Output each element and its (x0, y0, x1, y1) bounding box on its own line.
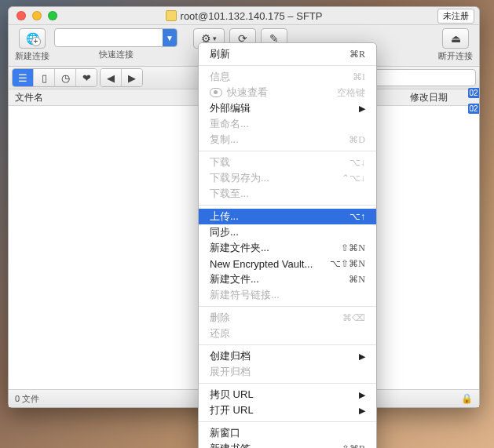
history-view-icon[interactable]: ◷ (55, 69, 76, 86)
menu-item-label: 重命名... (210, 117, 249, 131)
globe-plus-icon: 🌐 (26, 32, 39, 45)
menu-item[interactable]: 新窗口 (199, 425, 376, 441)
menu-shortcut: ⌘I (353, 71, 365, 83)
menu-separator (199, 344, 376, 345)
menu-item[interactable]: 刷新⌘R (199, 46, 376, 62)
menu-separator (199, 205, 376, 206)
new-connection-label: 新建连接 (15, 50, 49, 62)
menu-item: 下载⌥↓ (199, 155, 376, 170)
menu-shortcut: ⌘⌫ (342, 312, 365, 324)
menu-item: 删除⌘⌫ (199, 310, 376, 326)
left-view-segmented[interactable]: ☰ ▯ ◷ ❤︎ (12, 68, 97, 87)
menu-item-label: 下载 (210, 155, 230, 169)
disconnect-label: 断开连接 (438, 50, 473, 62)
action-dropdown-menu: 刷新⌘R信息⌘I快速查看空格键外部编辑▶重命名...复制...⌘D下载⌥↓下载另… (198, 42, 377, 448)
menu-item-label: 刷新 (210, 47, 230, 61)
menu-item: 快速查看空格键 (199, 85, 376, 100)
new-connection-button[interactable]: 🌐 (19, 28, 46, 49)
menu-item: 展开归档 (199, 364, 376, 380)
bonjour-view-icon[interactable]: ❤︎ (76, 69, 97, 86)
menu-separator (199, 306, 376, 307)
menu-shortcut: ⌘R (349, 49, 365, 60)
menu-item[interactable]: 新建文件夹...⇧⌘N (199, 240, 376, 256)
menu-item[interactable]: 拷贝 URL▶ (199, 387, 376, 402)
menu-item: 信息⌘I (199, 69, 376, 85)
edge-badge-top: 02 (468, 88, 479, 98)
menu-item-label: 创建归档 (210, 349, 251, 363)
menu-item-label: 新建文件... (210, 272, 259, 286)
menu-item-label: 新建文件夹... (210, 241, 269, 255)
menu-item[interactable]: 外部编辑▶ (199, 100, 376, 116)
menu-item: 复制...⌘D (199, 132, 376, 148)
menu-shortcut: ⌥↓ (349, 157, 365, 169)
quick-connect-dropdown[interactable]: ▼ (163, 29, 177, 46)
lock-icon[interactable]: 🔒 (461, 393, 473, 404)
bookmark-view-icon[interactable]: ☰ (13, 69, 34, 86)
menu-item[interactable]: 创建归档▶ (199, 348, 376, 364)
submenu-arrow-icon: ▶ (359, 351, 365, 362)
menu-item[interactable]: 新建书签⇧⌘B (199, 441, 376, 448)
menu-item-label: 上传... (210, 209, 239, 224)
menu-item[interactable]: 打开 URL▶ (199, 402, 376, 418)
menu-separator (199, 421, 376, 422)
menu-item: 下载至... (199, 186, 376, 202)
menu-item-label: 下载至... (210, 187, 249, 201)
quicklook-icon (210, 88, 222, 97)
menu-item[interactable]: 上传...⌥↑ (199, 209, 376, 224)
menu-item-label: New Encrypted Vault... (210, 258, 313, 270)
menu-item: 重命名... (199, 116, 376, 132)
menu-shortcut: ⇧⌘B (342, 443, 365, 449)
menu-shortcut: ⌥↑ (349, 211, 365, 223)
menu-item[interactable]: New Encrypted Vault...⌥⇧⌘N (199, 256, 376, 271)
window-title: root@101.132.140.175 – SFTP (9, 10, 479, 22)
submenu-arrow-icon: ▶ (359, 406, 365, 416)
menu-shortcut: ⌘D (349, 134, 365, 146)
menu-item[interactable]: 同步... (199, 224, 376, 240)
forward-icon[interactable]: ▶ (122, 69, 142, 86)
menu-item-label: 还原 (210, 326, 230, 341)
submenu-arrow-icon: ▶ (359, 390, 365, 400)
document-icon (166, 10, 177, 21)
menu-item-label: 新建书签 (210, 442, 251, 448)
menu-item[interactable]: 新建文件...⌘N (199, 271, 376, 287)
menu-item-label: 下载另存为... (210, 171, 269, 185)
left-nav-segmented[interactable]: ◀ ▶ (100, 68, 143, 87)
menu-item: 下载另存为...⌃⌥↓ (199, 170, 376, 186)
menu-separator (199, 151, 376, 151)
status-text: 0 文件 (15, 393, 39, 405)
menu-item: 新建符号链接... (199, 287, 376, 303)
menu-item-label: 复制... (210, 133, 239, 147)
chevron-down-icon: ▾ (213, 35, 217, 42)
titlebar: root@101.132.140.175 – SFTP 未注册 (9, 7, 479, 25)
back-icon[interactable]: ◀ (101, 69, 122, 86)
menu-shortcut: 空格键 (337, 86, 365, 100)
register-button[interactable]: 未注册 (437, 9, 474, 24)
menu-item-label: 外部编辑 (210, 101, 251, 115)
edge-badge-bottom: 02 (468, 104, 479, 114)
menu-item-label: 新窗口 (210, 426, 240, 440)
menu-separator (199, 383, 376, 384)
menu-item-label: 删除 (210, 311, 230, 325)
menu-item-label: 拷贝 URL (210, 388, 254, 402)
submenu-arrow-icon: ▶ (359, 104, 365, 114)
menu-shortcut: ⌃⌥↓ (342, 173, 365, 184)
menu-item-label: 同步... (210, 225, 239, 239)
menu-item-label: 打开 URL (210, 403, 254, 417)
menu-item-label: 快速查看 (227, 86, 268, 100)
window-title-text: root@101.132.140.175 – SFTP (181, 10, 323, 22)
menu-shortcut: ⌥⇧⌘N (330, 258, 365, 270)
menu-item: 还原 (199, 326, 376, 341)
menu-shortcut: ⇧⌘N (341, 242, 365, 254)
menu-shortcut: ⌘N (349, 274, 365, 286)
quick-connect-label: 快速连接 (99, 49, 134, 60)
menu-separator (199, 65, 376, 66)
menu-item-label: 新建符号链接... (210, 288, 280, 302)
menu-item-label: 信息 (210, 70, 230, 84)
disconnect-button[interactable]: ⏏ (442, 28, 469, 49)
menu-item-label: 展开归档 (210, 365, 251, 379)
eject-icon: ⏏ (451, 32, 461, 45)
list-view-icon[interactable]: ▯ (34, 69, 55, 86)
quick-connect-field[interactable]: ▼ (54, 28, 177, 47)
